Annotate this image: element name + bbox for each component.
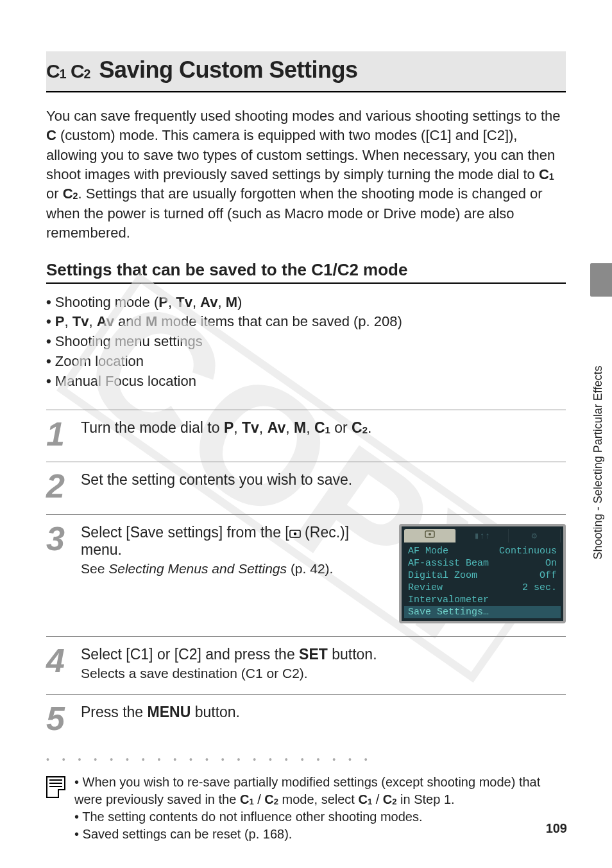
side-tab-cap [590,263,612,297]
list-item: P, Tv, Av and M mode items that can be s… [46,312,566,332]
step-number: 3 [46,524,71,623]
camera-lcd-screenshot: ▮↑↑ ⚙ AF ModeContinuous AF-assist BeamOn… [399,524,566,623]
lcd-menu-row-selected: Save Settings… [404,606,561,618]
chapter-side-tab: Shooting - Selecting Particular Effects [590,263,612,610]
step-title: Press the MENU button. [81,704,566,721]
sub-heading: Settings that can be saved to the C1/C2 … [46,260,566,284]
side-tab-label: Shooting - Selecting Particular Effects [592,366,606,560]
step-subtext: See Selecting Menus and Settings (p. 42)… [81,561,386,577]
step-title: Select [Save settings] from the [ (Rec.)… [81,524,386,559]
lcd-menu-row: AF ModeContinuous [404,545,561,557]
page-number: 109 [546,821,567,836]
step-1: 1 Turn the mode dial to P, Tv, Av, M, C1… [46,410,566,462]
note-block: When you wish to re-save partially modif… [46,774,566,843]
section-title-bar: C1 C2 Saving Custom Settings [46,51,566,92]
step-title: Set the setting contents you wish to sav… [81,471,566,489]
step-number: 5 [46,704,71,734]
step-number: 4 [46,646,71,681]
list-item: Zoom location [46,352,566,372]
lcd-tab-tools: ⚙ [509,529,561,542]
settings-list: Shooting mode (P, Tv, Av, M) P, Tv, Av a… [46,293,566,392]
lcd-menu-row: Review2 sec. [404,582,561,594]
step-5: 5 Press the MENU button. [46,694,566,747]
lcd-tab-setup: ▮↑↑ [456,529,508,542]
title-text: Saving Custom Settings [99,56,357,83]
step-title: Select [C1] or [C2] and press the SET bu… [81,646,566,663]
list-item: Manual Focus location [46,372,566,392]
lcd-tab-rec [404,529,456,542]
steps-list: 1 Turn the mode dial to P, Tv, Av, M, C1… [46,410,566,747]
lcd-menu-row: AF-assist BeamOn [404,557,561,569]
page-title: C1 C2 Saving Custom Settings [46,56,566,83]
intro-paragraph: You can save frequently used shooting mo… [46,107,566,243]
step-number: 1 [46,419,71,449]
svg-point-3 [429,533,431,535]
note-list: When you wish to re-save partially modif… [74,774,566,843]
dotted-separator: • • • • • • • • • • • • • • • • • • • • … [46,754,566,765]
list-item: Shooting mode (P, Tv, Av, M) [46,293,566,313]
svg-point-1 [294,532,296,535]
lcd-menu-row: Intervalometer [404,594,561,606]
step-2: 2 Set the setting contents you wish to s… [46,462,566,514]
memo-icon [46,776,65,798]
step-number: 2 [46,471,71,501]
step-title: Turn the mode dial to P, Tv, Av, M, C1 o… [81,419,566,437]
note-item: Saved settings can be reset (p. 168). [74,826,566,843]
list-item: Shooting menu settings [46,332,566,352]
note-item: The setting contents do not influence ot… [74,808,566,826]
title-mode-icons: C1 C2 [46,60,90,82]
note-item: When you wish to re-save partially modif… [74,774,566,808]
step-4: 4 Select [C1] or [C2] and press the SET … [46,636,566,694]
step-subtext: Selects a save destination (C1 or C2). [81,666,566,681]
lcd-menu-row: Digital ZoomOff [404,569,561,582]
lcd-tabs: ▮↑↑ ⚙ [404,529,561,542]
step-3: 3 Select [Save settings] from the [ (Rec… [46,514,566,636]
